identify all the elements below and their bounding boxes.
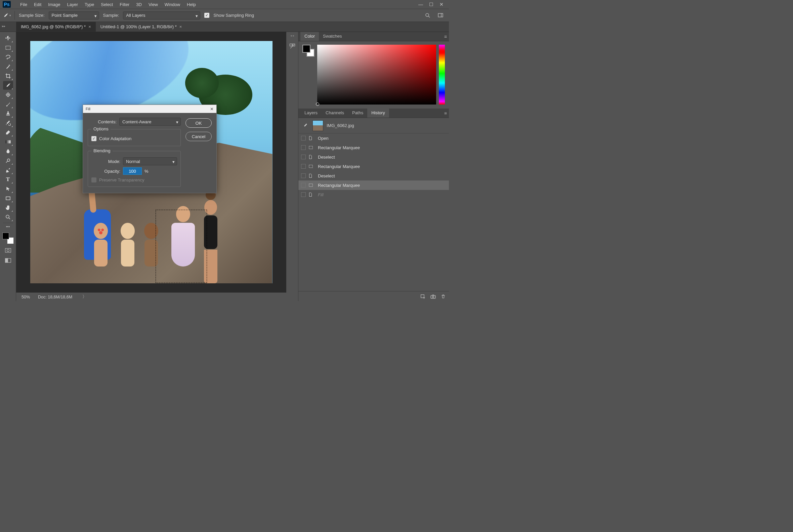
menu-type[interactable]: Type	[81, 1, 97, 8]
blur-tool[interactable]	[3, 147, 13, 156]
color-swatches[interactable]	[2, 232, 14, 244]
path-select-tool[interactable]	[3, 185, 13, 193]
rectangle-tool[interactable]	[3, 194, 13, 203]
dodge-tool[interactable]	[3, 156, 13, 165]
history-panel-footer	[298, 291, 449, 301]
menu-view[interactable]: View	[145, 1, 161, 8]
sample-size-dropdown[interactable]: Point Sample▾	[49, 12, 99, 19]
snapshot-name[interactable]: IMG_6062.jpg	[327, 123, 354, 128]
panel-menu-icon[interactable]: ≡	[444, 111, 447, 116]
tab-label: IMG_6062.jpg @ 50% (RGB/8*) *	[21, 24, 86, 29]
menu-help[interactable]: Help	[183, 1, 199, 8]
document-tab[interactable]: Untitled-1 @ 100% (Layer 1, RGB/8#) *×	[96, 22, 187, 32]
tab-paths[interactable]: Paths	[348, 109, 367, 118]
sample-label: Sample:	[103, 13, 119, 18]
menu-select[interactable]: Select	[97, 1, 116, 8]
panel-icon[interactable]	[288, 42, 297, 51]
new-snapshot-icon[interactable]	[430, 294, 436, 299]
dialog-close-icon[interactable]: ✕	[210, 107, 214, 112]
type-tool[interactable]: T	[3, 175, 13, 184]
history-state[interactable]: Rectangular Marquee	[298, 180, 449, 190]
svg-rect-1	[438, 14, 443, 17]
stamp-tool[interactable]	[3, 109, 13, 118]
history-state[interactable]: Open	[298, 133, 449, 143]
color-adaptation-checkbox[interactable]: ✓	[91, 136, 96, 141]
brush-tool[interactable]	[3, 100, 13, 109]
tab-close-icon[interactable]: ×	[89, 24, 91, 29]
mode-dropdown[interactable]: Normal▾	[123, 157, 177, 165]
history-source-checkbox[interactable]	[301, 173, 306, 178]
panel-menu-icon[interactable]: ≡	[444, 34, 447, 39]
workspace-icon[interactable]	[437, 12, 444, 19]
cancel-button[interactable]: Cancel	[186, 132, 212, 141]
zoom-level[interactable]: 50%	[21, 295, 30, 300]
tab-color[interactable]: Color	[301, 32, 319, 41]
history-source-checkbox[interactable]	[301, 145, 306, 150]
collapse-grip-icon[interactable]: ◂◂	[290, 34, 294, 37]
eyedropper-tool[interactable]	[3, 81, 13, 90]
document-icon	[308, 192, 315, 197]
tab-swatches[interactable]: Swatches	[319, 32, 346, 41]
dialog-titlebar[interactable]: Fill ✕	[83, 105, 216, 113]
history-source-checkbox[interactable]	[301, 183, 306, 188]
document-tab[interactable]: IMG_6062.jpg @ 50% (RGB/8*) *×	[16, 22, 96, 32]
snapshot-thumbnail[interactable]	[312, 120, 323, 131]
saturation-value-picker[interactable]	[317, 45, 436, 104]
move-tool[interactable]	[3, 34, 13, 43]
history-brush-tool[interactable]	[3, 119, 13, 127]
menu-layer[interactable]: Layer	[64, 1, 82, 8]
close-button[interactable]: ✕	[440, 2, 444, 7]
new-document-from-state-icon[interactable]	[420, 294, 425, 299]
rect-marquee-tool[interactable]	[3, 43, 13, 52]
minimize-button[interactable]: —	[418, 2, 423, 7]
tab-close-icon[interactable]: ×	[179, 24, 182, 29]
tab-channels[interactable]: Channels	[322, 109, 348, 118]
history-brush-source-icon[interactable]	[302, 122, 309, 129]
menu-bar: Ps FileEditImageLayerTypeSelectFilter3DV…	[0, 0, 449, 9]
hand-tool[interactable]	[3, 203, 13, 212]
tab-layers[interactable]: Layers	[301, 109, 322, 118]
tab-history[interactable]: History	[367, 109, 389, 118]
gradient-tool[interactable]	[3, 137, 13, 146]
history-state[interactable]: Rectangular Marquee	[298, 162, 449, 171]
menu-3d[interactable]: 3D	[133, 1, 145, 8]
quick-mask-icon[interactable]	[4, 247, 13, 254]
history-source-checkbox[interactable]	[301, 136, 306, 140]
history-state[interactable]: Fill	[298, 190, 449, 199]
menu-filter[interactable]: Filter	[116, 1, 133, 8]
more-tools-icon[interactable]: •••	[6, 225, 10, 229]
eraser-tool[interactable]	[3, 128, 13, 137]
opacity-input[interactable]	[123, 167, 142, 175]
ok-button[interactable]: OK	[186, 118, 212, 128]
svg-rect-2	[6, 46, 11, 50]
menu-edit[interactable]: Edit	[31, 1, 45, 8]
lasso-tool[interactable]	[3, 53, 13, 61]
delete-state-icon[interactable]	[441, 294, 446, 299]
history-state[interactable]: Deselect	[298, 171, 449, 180]
sample-dropdown[interactable]: All Layers▾	[123, 12, 200, 19]
history-state[interactable]: Rectangular Marquee	[298, 143, 449, 152]
history-state[interactable]: Deselect	[298, 152, 449, 162]
expand-handle-icon[interactable]: ▸▸	[2, 24, 5, 28]
history-source-checkbox[interactable]	[301, 192, 306, 197]
healing-brush-tool[interactable]	[3, 90, 13, 99]
chevron-right-icon[interactable]: 〉	[82, 294, 87, 300]
history-source-checkbox[interactable]	[301, 155, 306, 159]
opacity-suffix: %	[144, 169, 149, 174]
zoom-tool[interactable]	[3, 213, 13, 222]
contents-dropdown[interactable]: Content-Aware▾	[119, 118, 181, 126]
menu-file[interactable]: File	[17, 1, 31, 8]
menu-window[interactable]: Window	[161, 1, 183, 8]
show-sampling-ring-checkbox[interactable]: ✓	[204, 13, 209, 18]
history-source-checkbox[interactable]	[301, 164, 306, 169]
chevron-down-icon: ▾	[94, 14, 97, 18]
menu-image[interactable]: Image	[45, 1, 63, 8]
search-icon[interactable]	[424, 12, 431, 19]
magic-wand-tool[interactable]	[3, 62, 13, 71]
pen-tool[interactable]	[3, 166, 13, 174]
crop-tool[interactable]	[3, 72, 13, 80]
screen-mode-icon[interactable]	[4, 257, 13, 264]
maximize-button[interactable]: ☐	[429, 2, 433, 7]
hue-slider[interactable]	[439, 45, 445, 104]
foreground-background-swatch[interactable]	[303, 45, 314, 57]
